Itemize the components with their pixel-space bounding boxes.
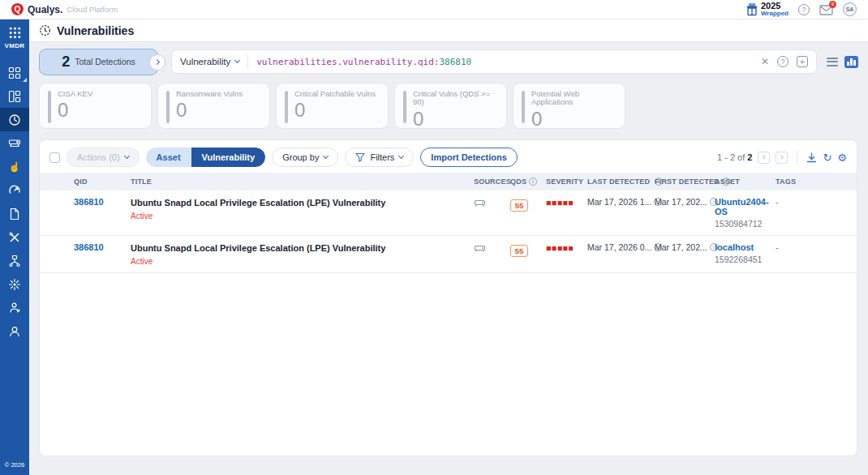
- asset-link[interactable]: localhost: [715, 242, 776, 252]
- summary-cards-row: CISA KEV 0 Ransomware Vulns 0 Critical P…: [39, 83, 858, 129]
- chevron-down-icon: [323, 153, 329, 159]
- col-first-detected[interactable]: FIRST DETECTED i: [655, 178, 715, 186]
- filters-button[interactable]: Filters: [345, 148, 414, 167]
- select-all-checkbox[interactable]: [49, 152, 60, 163]
- settings-gear-icon[interactable]: ⚙: [837, 152, 847, 163]
- group-by-button[interactable]: Group by: [272, 148, 338, 167]
- wrapped-banner[interactable]: 2025 Wrapped: [746, 2, 789, 17]
- funnel-icon: [355, 152, 365, 162]
- summary-card-web-apps[interactable]: Potential Web Applications 0: [513, 83, 625, 129]
- view-mode-segmented-control: Asset Vulnerability: [146, 148, 266, 167]
- source-agent-icon[interactable]: [474, 197, 510, 208]
- table-row[interactable]: 386810 Ubuntu Snapd Local Privilege Esca…: [40, 190, 857, 236]
- list-view-icon[interactable]: [827, 58, 838, 66]
- search-bar[interactable]: Vulnerability vulnerabilities.vulnerabil…: [171, 49, 817, 74]
- notifications-icon[interactable]: 9: [819, 4, 833, 15]
- actions-label: Actions (0): [77, 152, 120, 162]
- col-qds[interactable]: QDS i: [510, 178, 546, 186]
- card-value: 0: [531, 109, 617, 129]
- search-query-input[interactable]: vulnerabilities.vulnerability.qid:386810: [256, 57, 754, 67]
- sidebar-item-user-network[interactable]: [0, 296, 29, 319]
- scanner-icon: [8, 137, 21, 150]
- col-sources[interactable]: SOURCES: [474, 178, 510, 186]
- user-avatar[interactable]: SA: [843, 2, 857, 16]
- clear-search-icon[interactable]: ✕: [761, 57, 769, 66]
- asset-id: 1592268451: [715, 255, 776, 264]
- chevron-down-icon: [124, 153, 130, 159]
- col-severity[interactable]: SEVERITY: [546, 178, 587, 186]
- summary-card-ransomware[interactable]: Ransomware Vulns 0: [157, 83, 270, 129]
- sidebar-item-threat-feed[interactable]: [0, 272, 29, 296]
- qds-score-badge[interactable]: 55: [510, 199, 528, 212]
- qualys-logo-icon[interactable]: Q: [11, 3, 24, 15]
- total-detections-card[interactable]: 2 Total Detections: [39, 49, 158, 75]
- sidebar-item-unified-view[interactable]: [0, 84, 29, 108]
- actions-button[interactable]: Actions (0): [67, 148, 140, 167]
- asset-id: 1530984712: [715, 219, 776, 229]
- topbar: Q Qualys. Cloud Platform 2025 Wrapped ?: [0, 0, 868, 19]
- summary-card-cisa-kev[interactable]: CISA KEV 0: [39, 83, 152, 129]
- chart-view-icon[interactable]: [844, 56, 858, 68]
- apps-grid-icon[interactable]: [8, 26, 22, 40]
- vulnerability-title[interactable]: Ubuntu Snapd Local Privilege Escalation …: [131, 242, 474, 254]
- sidebar-item-assets[interactable]: [0, 249, 29, 272]
- col-tags[interactable]: TAGS: [776, 178, 847, 186]
- table-controls: 1 - 2 of 2 ↻ ⚙: [717, 151, 847, 164]
- page-header: Vulnerabilities: [29, 19, 868, 42]
- refresh-icon[interactable]: ↻: [823, 152, 831, 163]
- sidebar-item-remediation[interactable]: [0, 225, 29, 249]
- divider: [247, 55, 248, 68]
- import-detections-button[interactable]: Import Detections: [420, 148, 518, 167]
- gauge-icon: [8, 184, 21, 197]
- download-icon[interactable]: [806, 152, 817, 163]
- sidebar-item-prioritization[interactable]: ☝: [0, 155, 29, 178]
- next-page-button[interactable]: [776, 152, 788, 164]
- summary-card-critical-patchable[interactable]: Critical Patchable Vulns 0: [276, 83, 389, 129]
- card-value: 0: [294, 101, 376, 120]
- total-detections-label: Total Detections: [75, 57, 135, 66]
- sidebar-nav: ☝: [0, 61, 29, 343]
- last-detected-cell: Mar 17, 2026 1... i: [587, 197, 655, 207]
- search-scope-dropdown[interactable]: Vulnerability: [180, 57, 239, 66]
- tags-cell: -: [776, 197, 847, 207]
- pagination-total: 2: [747, 152, 752, 162]
- card-accent-bar: [166, 91, 170, 123]
- help-icon[interactable]: ?: [798, 4, 810, 15]
- add-query-icon[interactable]: +: [797, 56, 808, 67]
- sidebar-item-dashboard[interactable]: [0, 61, 29, 84]
- notification-badge: 9: [829, 1, 836, 8]
- sidebar-item-profile[interactable]: [0, 319, 29, 343]
- reports-file-icon: [8, 208, 21, 220]
- qid-link[interactable]: 386810: [74, 242, 131, 252]
- source-agent-icon[interactable]: [474, 242, 510, 253]
- table-row[interactable]: 386810 Ubuntu Snapd Local Privilege Esca…: [40, 236, 857, 273]
- card-label: CISA KEV: [58, 90, 92, 98]
- sidebar-item-reports[interactable]: [0, 202, 29, 225]
- search-row: 2 Total Detections Vulnerability vulnera…: [39, 48, 858, 75]
- total-detections-count: 2: [62, 53, 70, 71]
- info-icon[interactable]: i: [529, 178, 537, 186]
- asset-link[interactable]: Ubuntu2404-OS: [715, 197, 776, 216]
- asset-tab[interactable]: Asset: [146, 148, 191, 167]
- user-network-icon: [8, 302, 21, 315]
- search-help-icon[interactable]: ?: [777, 56, 789, 67]
- prev-page-button[interactable]: [758, 152, 770, 164]
- sidebar-item-vulnerabilities[interactable]: [0, 108, 29, 131]
- col-qid[interactable]: QID: [74, 178, 131, 186]
- brand-name: Qualys.: [28, 4, 62, 15]
- col-asset[interactable]: ASSET: [715, 178, 776, 186]
- expand-detections-button[interactable]: [149, 54, 165, 71]
- qds-score-badge[interactable]: 55: [510, 245, 528, 257]
- sidebar-item-scans[interactable]: [0, 131, 29, 155]
- summary-card-critical-qds[interactable]: Critical Vulns (QDS >= 90) 0: [394, 83, 507, 129]
- severity-bars: ■■■■■: [546, 199, 587, 208]
- qid-link[interactable]: 386810: [74, 197, 131, 207]
- sidebar-item-risk-gauge[interactable]: [0, 178, 29, 202]
- view-toggles: [827, 56, 858, 68]
- col-title[interactable]: TITLE: [131, 178, 474, 186]
- vulnerability-title[interactable]: Ubuntu Snapd Local Privilege Escalation …: [131, 197, 474, 208]
- card-accent-bar: [48, 91, 51, 123]
- first-detected-cell: Mar 17, 202... i: [655, 242, 715, 252]
- col-last-detected[interactable]: LAST DETECTED i: [587, 178, 655, 186]
- vulnerability-tab[interactable]: Vulnerability: [191, 148, 266, 167]
